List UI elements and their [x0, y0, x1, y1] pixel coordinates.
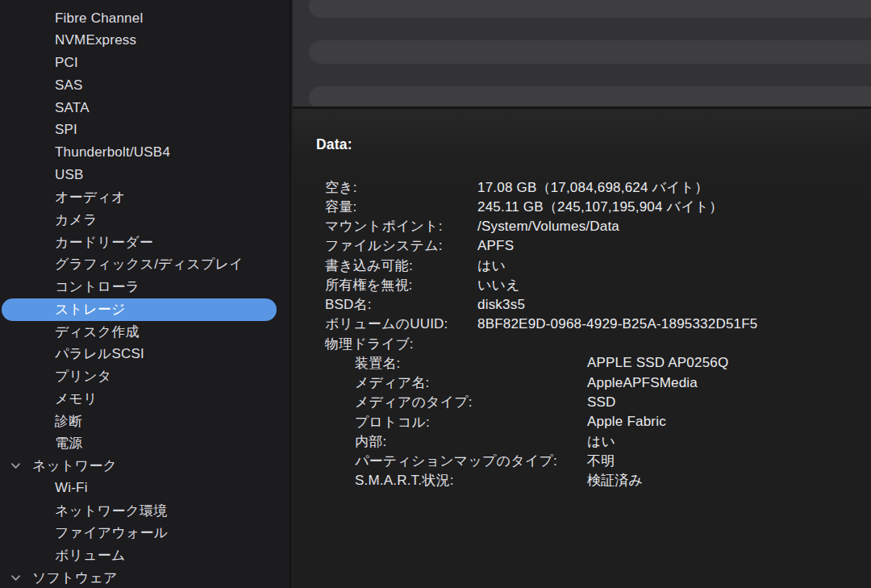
detail-row-value: 8BF82E9D-0968-4929-B25A-1895332D51F5	[477, 316, 757, 332]
sidebar-item-label: パラレルSCSI	[55, 344, 144, 363]
detail-row-label: メディアのタイプ:	[355, 393, 587, 411]
sidebar-item[interactable]: Fibre Channel	[0, 7, 290, 30]
volume-table-row[interactable]	[309, 86, 871, 106]
sidebar-item-label: PCI	[55, 55, 78, 71]
detail-row-value: APFS	[477, 238, 514, 254]
detail-row-value: 17.08 GB（17,084,698,624 バイト）	[477, 178, 709, 197]
sidebar-item[interactable]: ボリューム	[0, 544, 290, 567]
detail-row-value: はい	[477, 256, 506, 275]
disclosure-chevron[interactable]	[9, 571, 22, 584]
detail-row-value: APPLE SSD AP0256Q	[587, 355, 728, 371]
detail-row-label: 書き込み可能:	[325, 256, 477, 275]
sidebar-item[interactable]: メモリ	[0, 388, 290, 411]
chevron-down-icon	[10, 460, 22, 472]
sidebar-item-label: SAS	[55, 77, 83, 94]
sidebar-item[interactable]: PCI	[0, 52, 290, 74]
detail-row: 容量:245.11 GB（245,107,195,904 バイト）	[293, 197, 871, 216]
detail-row: パーティションマップのタイプ:不明	[293, 452, 871, 471]
detail-pane: Data: 空き:17.08 GB（17,084,698,624 バイト）容量:…	[293, 109, 871, 588]
detail-row-label: 内部:	[355, 432, 587, 451]
sidebar-item[interactable]: Ethernet	[0, 0, 290, 7]
sidebar-item-label: グラフィックス/ディスプレイ	[55, 255, 244, 273]
selection-highlight	[2, 298, 277, 321]
content-area: Data: 空き:17.08 GB（17,084,698,624 バイト）容量:…	[293, 0, 871, 588]
sidebar-item[interactable]: ストレージ	[0, 298, 290, 321]
sidebar-item[interactable]: SAS	[0, 74, 290, 97]
detail-row-value: いいえ	[477, 276, 520, 294]
detail-row-label: 空き:	[325, 178, 477, 197]
detail-row-label: 容量:	[325, 198, 477, 216]
detail-row-value: 245.11 GB（245,107,195,904 バイト）	[477, 198, 723, 216]
detail-row-label: パーティションマップのタイプ:	[355, 452, 587, 470]
sidebar-item[interactable]: カメラ	[0, 209, 290, 231]
sidebar-item-label: オーディオ	[55, 188, 126, 206]
detail-row-value: disk3s5	[477, 297, 525, 313]
sidebar-item[interactable]: NVMExpress	[0, 30, 290, 52]
sidebar-item-label: 電源	[55, 434, 82, 452]
detail-rows: 空き:17.08 GB（17,084,698,624 バイト）容量:245.11…	[293, 177, 871, 490]
sidebar-item-label: コントローラ	[55, 277, 140, 296]
detail-row-value: SSD	[587, 394, 616, 411]
detail-row: メディアのタイプ:SSD	[293, 393, 871, 412]
sidebar: EthernetFibre ChannelNVMExpressPCISASSAT…	[0, 0, 291, 588]
sidebar-item-label: メモリ	[55, 390, 98, 408]
sidebar-item-label: ディスク作成	[55, 323, 140, 341]
sidebar-item[interactable]: 電源	[0, 432, 290, 455]
sidebar-item-label: プリンタ	[55, 367, 111, 386]
sidebar-item[interactable]: オーディオ	[0, 186, 290, 209]
sidebar-item[interactable]: コントローラ	[0, 276, 290, 298]
detail-row: 内部:はい	[293, 432, 871, 451]
sidebar-item[interactable]: ファイアウォール	[0, 522, 290, 544]
sidebar-group-header[interactable]: ソフトウェア	[0, 567, 290, 588]
sidebar-item[interactable]: 診断	[0, 410, 290, 432]
sidebar-item-label: USB	[55, 167, 84, 183]
detail-row: ボリュームのUUID:8BF82E9D-0968-4929-B25A-18953…	[293, 315, 871, 334]
detail-row-value: AppleAPFSMedia	[587, 375, 698, 391]
sidebar-item-label: NVMExpress	[55, 32, 136, 48]
sidebar-item[interactable]: Thunderbolt/USB4	[0, 141, 290, 164]
sidebar-item-label: カメラ	[55, 211, 98, 229]
detail-row: 所有権を無視:いいえ	[293, 275, 871, 294]
sidebar-item[interactable]: USB	[0, 164, 290, 186]
sidebar-item[interactable]: SPI	[0, 119, 290, 142]
detail-row: メディア名:AppleAPFSMedia	[293, 373, 871, 393]
detail-row-label: メディア名:	[355, 373, 587, 392]
volume-table-row[interactable]	[309, 40, 871, 64]
detail-row: 物理ドライブ:	[293, 334, 871, 353]
sidebar-item-label: Fibre Channel	[55, 10, 143, 27]
detail-row: 装置名:APPLE SSD AP0256Q	[293, 353, 871, 373]
detail-row-label: 物理ドライブ:	[325, 335, 477, 353]
sidebar-item[interactable]: SATA	[0, 97, 290, 119]
sidebar-item-label: 診断	[55, 412, 82, 431]
sidebar-item[interactable]: ディスク作成	[0, 320, 290, 343]
disclosure-chevron[interactable]	[9, 460, 22, 473]
detail-row-label: 装置名:	[355, 354, 587, 373]
detail-row-value: 検証済み	[587, 471, 643, 490]
sidebar-item-label: Wi-Fi	[55, 480, 88, 496]
detail-row-label: マウントポイント:	[325, 217, 477, 236]
sidebar-item[interactable]: カードリーダー	[0, 231, 290, 253]
detail-row-label: プロトコル:	[355, 413, 587, 432]
sidebar-item-label: SPI	[55, 122, 77, 138]
detail-row: プロトコル:Apple Fabric	[293, 412, 871, 432]
volume-table-row[interactable]	[309, 0, 871, 18]
detail-row: 書き込み可能:はい	[293, 256, 871, 275]
sidebar-item[interactable]: グラフィックス/ディスプレイ	[0, 253, 290, 276]
detail-row: マウントポイント:/System/Volumes/Data	[293, 217, 871, 236]
sidebar-item-label: SATA	[55, 100, 90, 116]
sidebar-item[interactable]: プリンタ	[0, 365, 290, 388]
detail-row-value: 不明	[587, 452, 615, 470]
sidebar-item[interactable]: ネットワーク環境	[0, 499, 290, 522]
sidebar-item-label: ストレージ	[55, 300, 126, 319]
sidebar-item[interactable]: パラレルSCSI	[0, 343, 290, 365]
sidebar-item-label: ネットワーク	[32, 457, 117, 475]
sidebar-group-header[interactable]: ネットワーク	[0, 455, 290, 477]
sidebar-item-label: Thunderbolt/USB4	[55, 144, 170, 161]
detail-row-label: 所有権を無視:	[325, 276, 477, 294]
sidebar-item[interactable]: Wi-Fi	[0, 477, 290, 500]
sidebar-item-label: ソフトウェア	[32, 569, 118, 587]
sidebar-item-label: ボリューム	[55, 546, 126, 565]
detail-row-label: ボリュームのUUID:	[325, 315, 477, 333]
chevron-down-icon	[10, 572, 22, 584]
detail-row: ファイルシステム:APFS	[293, 236, 871, 256]
